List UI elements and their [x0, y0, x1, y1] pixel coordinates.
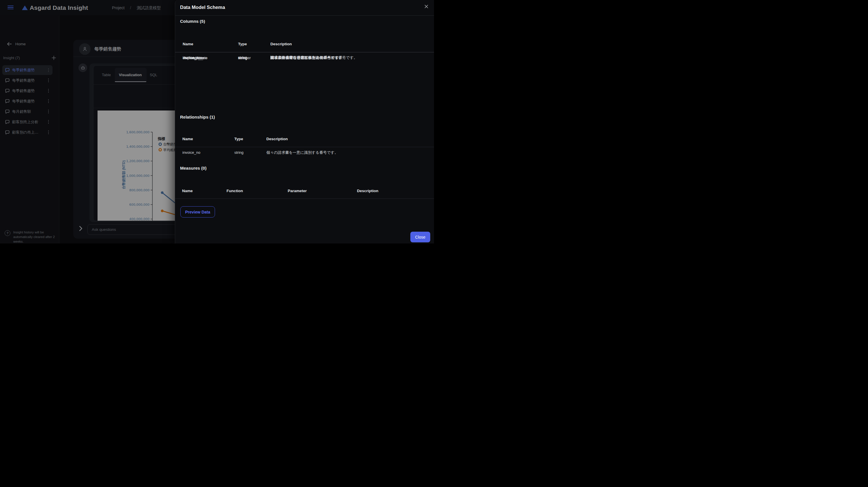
modal-close-button[interactable] [424, 4, 429, 9]
table-row: invoice_no string 個々の請求書を一意に識別する番号です。 [175, 147, 434, 158]
app-screen: Asgard Data Insight Project / 測試語意模型 Hom… [0, 0, 434, 244]
columns-section-title: Columns (5) [180, 20, 205, 24]
close-modal-button[interactable]: Close [410, 232, 430, 242]
measures-table-header: Name Function Parameter Description [175, 183, 434, 199]
measures-section-title: Measures (0) [180, 166, 207, 170]
relationships-section-title: Relationships (1) [180, 115, 215, 120]
data-model-schema-modal: Data Model Schema Columns (5) Name Type … [175, 0, 434, 244]
modal-title: Data Model Schema [180, 5, 225, 10]
preview-data-button[interactable]: Preview Data [180, 206, 215, 218]
columns-table-header: Name Type Description [175, 36, 434, 52]
modal-scroll-area[interactable]: Columns (5) Name Type Description invoic… [175, 20, 434, 244]
table-row: exchange_rate number 請求書作成時に適用された為替レートです… [175, 52, 434, 63]
relationships-table-header: Name Type Description [175, 131, 434, 147]
modal-header: Data Model Schema [175, 0, 434, 15]
close-icon [425, 5, 428, 8]
